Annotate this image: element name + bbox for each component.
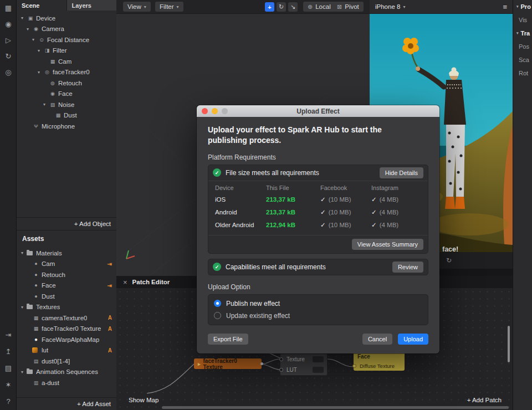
zoom-icon[interactable]: ◎ bbox=[5, 69, 11, 76]
inspector-row-vis[interactable]: Vis bbox=[513, 13, 532, 27]
disclosure-triangle-icon[interactable]: ▾ bbox=[21, 370, 27, 375]
limit-cell: (4 MB) bbox=[380, 222, 399, 228]
filter-dropdown[interactable]: Filter ▾ bbox=[155, 2, 183, 12]
restart-icon[interactable]: ↻ bbox=[6, 53, 12, 60]
asset-folder-animation-sequences[interactable]: ▾ Animation Sequences bbox=[17, 367, 116, 378]
patch-lut[interactable]: Texture LUT bbox=[280, 353, 328, 376]
pivot-toggle-button[interactable]: ⊠ Pivot bbox=[332, 2, 364, 12]
rotate-tool-button[interactable]: ↻ bbox=[277, 2, 286, 12]
horizontal-scrollbar[interactable] bbox=[162, 406, 509, 409]
microphone-icon: Ψ bbox=[32, 124, 40, 129]
tab-scene[interactable]: Scene bbox=[17, 0, 66, 11]
scale-tool-button[interactable]: ↘ bbox=[288, 2, 298, 12]
asset-label: Materials bbox=[36, 250, 62, 257]
patch-input-lut[interactable]: LUT bbox=[280, 365, 327, 375]
patch-input-texture[interactable]: Texture bbox=[280, 354, 327, 365]
minimize-window-button[interactable] bbox=[212, 108, 218, 114]
radio-unselected-icon[interactable] bbox=[214, 312, 221, 319]
inspector-section-pro[interactable]: ▾ Pro bbox=[513, 0, 532, 13]
asset-item-lut[interactable]: lut A bbox=[17, 345, 116, 356]
vertical-scrollbar[interactable] bbox=[508, 326, 510, 362]
device-cell: Android bbox=[215, 209, 266, 216]
asset-item-retouch[interactable]: ● Retouch bbox=[17, 269, 116, 280]
tree-item-focal-distance[interactable]: ▾ ⊙ Focal Distance bbox=[17, 34, 116, 45]
file-size-cell: 213,37 kB bbox=[266, 209, 320, 216]
patch-input-diffuse-texture[interactable]: Diffuse Texture bbox=[354, 361, 405, 371]
publish-new-effect-option[interactable]: Publish new effect bbox=[214, 298, 422, 310]
inspector-label: Pos bbox=[519, 43, 529, 50]
face-tracker-icon: ◎ bbox=[43, 69, 51, 75]
tree-item-dust[interactable]: ▩ Dust bbox=[17, 110, 116, 121]
show-map-button[interactable]: Show Map bbox=[129, 397, 158, 403]
camera-icon[interactable]: ◉ bbox=[5, 20, 11, 28]
add-object-button[interactable]: + Add Object bbox=[17, 217, 116, 230]
inspector-row-rot[interactable]: Rot bbox=[513, 66, 532, 80]
tree-item-retouch[interactable]: ◍ Retouch bbox=[17, 78, 116, 89]
add-asset-button[interactable]: + Add Asset bbox=[17, 397, 116, 410]
asset-item-dust0[interactable]: ▤ dust0[1-4] bbox=[17, 356, 116, 367]
move-tool-button[interactable]: + bbox=[265, 2, 274, 12]
rotate-preview-icon[interactable]: ↻ bbox=[446, 257, 452, 264]
inspector-row-sca[interactable]: Sca bbox=[513, 53, 532, 66]
export-icon[interactable]: ↥ bbox=[6, 348, 12, 356]
export-file-button[interactable]: Export File bbox=[208, 334, 248, 345]
patch-face-material[interactable]: Face Diffuse Texture bbox=[354, 352, 405, 371]
close-icon[interactable]: × bbox=[123, 278, 127, 286]
review-button[interactable]: Review bbox=[392, 262, 423, 273]
tab-layers[interactable]: Layers bbox=[66, 0, 117, 11]
tree-item-camera[interactable]: ▾ ◉ Camera bbox=[17, 24, 116, 35]
archive-icon[interactable]: ▤ bbox=[5, 365, 12, 372]
tree-item-device[interactable]: ▾ ▣ Device bbox=[17, 13, 116, 24]
zoom-window-button[interactable] bbox=[222, 108, 228, 114]
update-existing-effect-option[interactable]: Update existing effect bbox=[214, 310, 422, 322]
disclosure-triangle-icon[interactable]: ▾ bbox=[21, 305, 27, 310]
bug-icon[interactable]: ✶ bbox=[6, 381, 12, 389]
view-assets-summary-button[interactable]: View Assets Summary bbox=[352, 239, 423, 250]
disclosure-triangle-icon[interactable]: ▾ bbox=[38, 70, 43, 75]
asset-item-cam[interactable]: ● Cam ⇥ bbox=[17, 259, 116, 270]
play-icon[interactable]: ▷ bbox=[6, 37, 11, 44]
tree-item-cam[interactable]: ▦ Cam bbox=[17, 56, 116, 67]
asset-item-facewarpalphamap[interactable]: ● FaceWarpAlphaMap bbox=[17, 334, 116, 345]
asset-item-cameratexture0[interactable]: ▦ cameraTexture0 A bbox=[17, 312, 116, 324]
asset-folder-materials[interactable]: ▾ Materials bbox=[17, 248, 116, 259]
inspector-section-tra[interactable]: ▾ Tra bbox=[513, 27, 532, 40]
asset-folder-textures[interactable]: ▾ Textures bbox=[17, 302, 116, 313]
device-selector-dropdown[interactable]: iPhone 8 ▾ bbox=[375, 3, 405, 10]
tree-item-face[interactable]: ◉ Face bbox=[17, 89, 116, 100]
close-window-button[interactable] bbox=[202, 108, 208, 114]
asset-item-a-dust[interactable]: ▥ a-dust bbox=[17, 377, 116, 388]
tree-item-noise[interactable]: ▾ ▨ Noise bbox=[17, 99, 116, 110]
hide-details-button[interactable]: Hide Details bbox=[380, 167, 423, 178]
send-to-device-icon[interactable]: ⇥ bbox=[6, 331, 12, 339]
asset-item-dust[interactable]: ● Dust bbox=[17, 291, 116, 302]
hamburger-menu-icon[interactable]: ≡ bbox=[503, 3, 507, 11]
patch-value-chip[interactable] bbox=[313, 367, 324, 373]
cancel-button[interactable]: Cancel bbox=[362, 334, 392, 345]
disclosure-triangle-icon[interactable]: ▾ bbox=[43, 102, 49, 107]
disclosure-triangle-icon[interactable]: ▾ bbox=[32, 37, 38, 42]
radio-selected-icon[interactable] bbox=[214, 300, 221, 307]
patch-value-chip[interactable] bbox=[313, 356, 324, 362]
asset-item-facetracker0-texture[interactable]: ▦ faceTracker0 Texture A bbox=[17, 324, 116, 335]
disclosure-triangle-icon[interactable]: ▾ bbox=[38, 48, 43, 53]
texture-icon: ▦ bbox=[32, 315, 40, 321]
local-toggle-button[interactable]: ⊕ Local bbox=[303, 2, 335, 12]
tree-item-filter[interactable]: ▾ ◨ Filter bbox=[17, 45, 116, 57]
table-row: Android 213,37 kB ✓(10 MB) ✓(4 MB) bbox=[215, 206, 421, 219]
disclosure-triangle-icon[interactable]: ▾ bbox=[27, 27, 32, 32]
upload-button[interactable]: Upload bbox=[398, 334, 428, 345]
disclosure-triangle-icon[interactable]: ▾ bbox=[21, 250, 27, 255]
tree-item-microphone[interactable]: Ψ Microphone bbox=[17, 121, 116, 132]
patch-facetracker0-texture[interactable]: ▸ faceTracker0 Texture bbox=[194, 358, 262, 369]
inspector-row-pos[interactable]: Pos bbox=[513, 40, 532, 53]
workspace-grid-icon[interactable]: ▦ bbox=[5, 4, 12, 12]
add-patch-button[interactable]: + Add Patch bbox=[467, 397, 502, 403]
dialog-titlebar[interactable]: Upload Effect bbox=[197, 105, 439, 117]
disclosure-triangle-icon[interactable]: ▾ bbox=[21, 16, 27, 20]
tree-item-facetracker0[interactable]: ▾ ◎ faceTracker0 bbox=[17, 67, 116, 78]
help-icon[interactable]: ? bbox=[6, 398, 10, 406]
asset-item-face[interactable]: ● Face ⇥ bbox=[17, 280, 116, 291]
check-icon: ✓ bbox=[371, 196, 377, 203]
view-dropdown[interactable]: View ▾ bbox=[123, 2, 151, 12]
